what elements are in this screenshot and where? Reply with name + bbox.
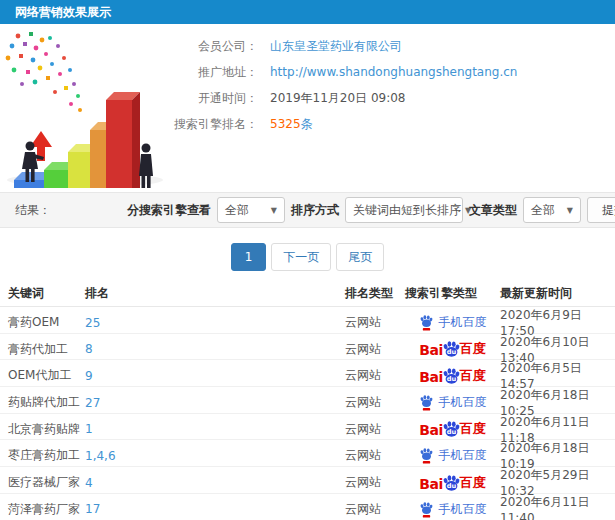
rank-link[interactable]: 27 <box>85 396 345 410</box>
baidu-logo-bai: Bai <box>419 422 442 438</box>
mobile-baidu-label: 手机百度 <box>439 501 487 518</box>
ranking-count-value: 5325 <box>270 117 301 131</box>
header-engine-type: 搜索引擎类型 <box>405 285 500 302</box>
engine-view-selected: 全部 <box>225 202 249 219</box>
table-row: 膏药代加工 8 云网站 Bai du 百度 2020 <box>0 334 615 361</box>
baidu-paw-icon <box>419 501 434 518</box>
baidu-paw-icon: du <box>442 420 461 439</box>
table-row: 北京膏药贴牌 1 云网站 Bai du 百度 202 <box>0 414 615 441</box>
baidu-logo: Bai du 百度 <box>419 367 485 385</box>
engine-view-select[interactable]: 全部 ▼ <box>217 197 285 223</box>
rank-link[interactable]: 9 <box>85 369 345 383</box>
engine-cell: 手机百度 <box>405 394 500 411</box>
table-row: OEM代加工 9 云网站 Bai du 百度 202 <box>0 360 615 387</box>
mobile-baidu-label: 手机百度 <box>439 447 487 464</box>
member-company-link[interactable]: 山东皇圣堂药业有限公司 <box>270 38 402 55</box>
rank-link[interactable]: 1,4,6 <box>85 449 345 463</box>
confetti-dots <box>6 32 82 112</box>
page-button-current[interactable]: 1 <box>231 243 267 271</box>
ranking-count-label: 搜索引擎排名： <box>158 116 258 133</box>
mobile-baidu-logo: 手机百度 <box>419 501 487 518</box>
baidu-logo-bai: Bai <box>419 476 442 492</box>
baidu-logo-cn: 百度 <box>460 340 486 358</box>
promo-url-label: 推广地址： <box>158 64 258 81</box>
mobile-baidu-label: 手机百度 <box>439 314 487 331</box>
engine-cell: Bai du 百度 <box>405 367 500 385</box>
ranking-count-row: 搜索引擎排名： 5325 条 <box>158 111 517 137</box>
engine-cell: 手机百度 <box>405 314 500 331</box>
rank-type-cell: 云网站 <box>345 501 405 518</box>
baidu-logo-bai: Bai <box>419 369 442 385</box>
keyword-cell: 药贴牌代加工 <box>8 394 85 411</box>
rank-type-cell: 云网站 <box>345 341 405 358</box>
member-company-label: 会员公司： <box>158 38 258 55</box>
table-header-row: 关键词 排名 排名类型 搜索引擎类型 最新更新时间 <box>0 281 615 307</box>
filter-controls: 分搜索引擎查看 全部 ▼ 排序方式 关键词由短到长排序 ▼ 文章类型 全部 ▼ … <box>121 197 615 223</box>
svg-text:du: du <box>446 375 456 383</box>
keyword-cell: 北京膏药贴牌 <box>8 421 85 438</box>
svg-text:du: du <box>446 482 456 490</box>
keyword-cell: 膏药OEM <box>8 314 85 331</box>
sort-label: 排序方式 <box>291 202 339 219</box>
info-fields: 会员公司： 山东皇圣堂药业有限公司 推广地址： http://www.shand… <box>158 33 517 137</box>
mobile-baidu-logo: 手机百度 <box>419 394 487 411</box>
chevron-down-icon: ▼ <box>271 206 277 215</box>
rank-type-cell: 云网站 <box>345 314 405 331</box>
rank-type-cell: 云网站 <box>345 367 405 384</box>
rank-link[interactable]: 1 <box>85 422 345 436</box>
baidu-paw-icon: du <box>442 340 461 359</box>
rank-type-cell: 云网站 <box>345 474 405 491</box>
header-rank: 排名 <box>85 285 345 302</box>
article-type-select[interactable]: 全部 ▼ <box>523 197 581 223</box>
member-company-row: 会员公司： 山东皇圣堂药业有限公司 <box>158 33 517 59</box>
last-page-button[interactable]: 尾页 <box>336 243 384 271</box>
keyword-cell: 医疗器械厂家 <box>8 474 85 491</box>
header-updated: 最新更新时间 <box>500 285 615 302</box>
submit-button[interactable]: 提交 <box>587 197 615 223</box>
rank-link[interactable]: 17 <box>85 502 345 516</box>
open-time-row: 开通时间： 2019年11月20日 09:08 <box>158 85 517 111</box>
keyword-cell: OEM代加工 <box>8 367 85 384</box>
engine-cell: Bai du 百度 <box>405 420 500 438</box>
chevron-down-icon: ▼ <box>567 206 573 215</box>
rank-type-cell: 云网站 <box>345 447 405 464</box>
sort-selected: 关键词由短到长排序 <box>353 202 461 219</box>
engine-cell: Bai du 百度 <box>405 340 500 358</box>
mobile-baidu-logo: 手机百度 <box>419 314 487 331</box>
keyword-cell: 枣庄膏药加工 <box>8 447 85 464</box>
header-keyword: 关键词 <box>8 285 85 302</box>
baidu-logo-cn: 百度 <box>460 474 486 492</box>
promo-url-link[interactable]: http://www.shandonghuangshengtang.cn <box>270 65 517 79</box>
open-time-label: 开通时间： <box>158 90 258 107</box>
article-type-selected: 全部 <box>531 202 555 219</box>
table-row: 药贴牌代加工 27 云网站 手机百度 2020年6月18日 10: <box>0 387 615 414</box>
info-section: 会员公司： 山东皇圣堂药业有限公司 推广地址： http://www.shand… <box>0 24 615 192</box>
table-row: 菏泽膏药厂家 17 云网站 手机百度 2020年6月11日 11: <box>0 494 615 520</box>
rank-link[interactable]: 25 <box>85 316 345 330</box>
mobile-baidu-label: 手机百度 <box>439 394 487 411</box>
baidu-paw-icon: du <box>442 367 461 386</box>
updated-time-cell: 2020年6月11日 11:40 <box>500 494 615 520</box>
rank-type-cell: 云网站 <box>345 421 405 438</box>
sort-select[interactable]: 关键词由短到长排序 ▼ <box>345 197 463 223</box>
baidu-logo: Bai du 百度 <box>419 420 485 438</box>
pagination: 1 下一页 尾页 <box>0 243 615 271</box>
rank-type-cell: 云网站 <box>345 394 405 411</box>
header-rank-type: 排名类型 <box>345 285 405 302</box>
open-time-value: 2019年11月20日 09:08 <box>270 90 405 107</box>
baidu-logo-bai: Bai <box>419 342 442 358</box>
baidu-logo: Bai du 百度 <box>419 340 485 358</box>
results-table: 关键词 排名 排名类型 搜索引擎类型 最新更新时间 膏药OEM 25 云网站 <box>0 281 615 520</box>
promo-url-row: 推广地址： http://www.shandonghuangshengtang.… <box>158 59 517 85</box>
baidu-logo-cn: 百度 <box>460 420 486 438</box>
next-page-button[interactable]: 下一页 <box>271 243 331 271</box>
engine-view-label: 分搜索引擎查看 <box>127 202 211 219</box>
svg-text:du: du <box>446 348 456 356</box>
baidu-paw-icon <box>419 314 434 331</box>
filter-bar: 结果： 分搜索引擎查看 全部 ▼ 排序方式 关键词由短到长排序 ▼ 文章类型 全… <box>0 192 615 228</box>
engine-cell: Bai du 百度 <box>405 474 500 492</box>
baidu-paw-icon: du <box>442 474 461 493</box>
rank-link[interactable]: 4 <box>85 476 345 490</box>
rank-link[interactable]: 8 <box>85 342 345 356</box>
keyword-cell: 膏药代加工 <box>8 341 85 358</box>
